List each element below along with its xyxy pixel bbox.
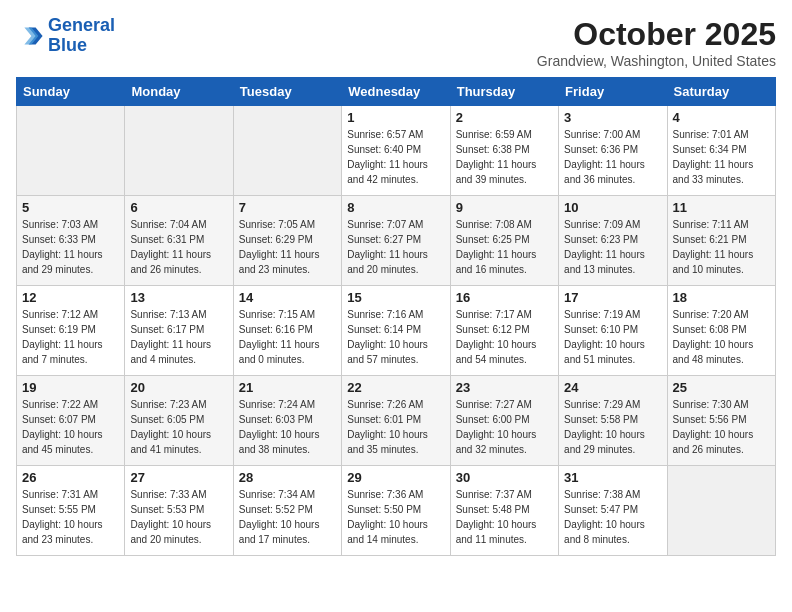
calendar-cell [125,106,233,196]
cell-date-number: 27 [130,470,227,485]
calendar-cell: 1Sunrise: 6:57 AM Sunset: 6:40 PM Daylig… [342,106,450,196]
calendar-cell: 27Sunrise: 7:33 AM Sunset: 5:53 PM Dayli… [125,466,233,556]
calendar-cell: 15Sunrise: 7:16 AM Sunset: 6:14 PM Dayli… [342,286,450,376]
cell-info: Sunrise: 7:08 AM Sunset: 6:25 PM Dayligh… [456,217,553,277]
cell-date-number: 3 [564,110,661,125]
cell-date-number: 19 [22,380,119,395]
cell-date-number: 21 [239,380,336,395]
calendar-week: 26Sunrise: 7:31 AM Sunset: 5:55 PM Dayli… [17,466,776,556]
cell-date-number: 20 [130,380,227,395]
logo-icon [16,22,44,50]
cell-info: Sunrise: 7:15 AM Sunset: 6:16 PM Dayligh… [239,307,336,367]
calendar-cell: 23Sunrise: 7:27 AM Sunset: 6:00 PM Dayli… [450,376,558,466]
cell-date-number: 13 [130,290,227,305]
calendar-cell [17,106,125,196]
cell-info: Sunrise: 7:05 AM Sunset: 6:29 PM Dayligh… [239,217,336,277]
cell-info: Sunrise: 7:36 AM Sunset: 5:50 PM Dayligh… [347,487,444,547]
cell-date-number: 28 [239,470,336,485]
calendar-cell: 18Sunrise: 7:20 AM Sunset: 6:08 PM Dayli… [667,286,775,376]
cell-date-number: 9 [456,200,553,215]
calendar-cell: 3Sunrise: 7:00 AM Sunset: 6:36 PM Daylig… [559,106,667,196]
cell-date-number: 25 [673,380,770,395]
calendar-cell: 9Sunrise: 7:08 AM Sunset: 6:25 PM Daylig… [450,196,558,286]
month-title: October 2025 [537,16,776,53]
cell-info: Sunrise: 7:33 AM Sunset: 5:53 PM Dayligh… [130,487,227,547]
cell-info: Sunrise: 7:26 AM Sunset: 6:01 PM Dayligh… [347,397,444,457]
cell-info: Sunrise: 7:11 AM Sunset: 6:21 PM Dayligh… [673,217,770,277]
cell-info: Sunrise: 7:13 AM Sunset: 6:17 PM Dayligh… [130,307,227,367]
calendar-cell: 6Sunrise: 7:04 AM Sunset: 6:31 PM Daylig… [125,196,233,286]
cell-date-number: 7 [239,200,336,215]
cell-date-number: 22 [347,380,444,395]
cell-date-number: 6 [130,200,227,215]
calendar-cell [233,106,341,196]
calendar-cell: 26Sunrise: 7:31 AM Sunset: 5:55 PM Dayli… [17,466,125,556]
header-day: Sunday [17,78,125,106]
calendar-cell [667,466,775,556]
calendar-cell: 14Sunrise: 7:15 AM Sunset: 6:16 PM Dayli… [233,286,341,376]
cell-date-number: 2 [456,110,553,125]
cell-info: Sunrise: 7:22 AM Sunset: 6:07 PM Dayligh… [22,397,119,457]
cell-info: Sunrise: 7:09 AM Sunset: 6:23 PM Dayligh… [564,217,661,277]
cell-date-number: 24 [564,380,661,395]
title-block: October 2025 Grandview, Washington, Unit… [537,16,776,69]
cell-date-number: 23 [456,380,553,395]
calendar-cell: 7Sunrise: 7:05 AM Sunset: 6:29 PM Daylig… [233,196,341,286]
cell-info: Sunrise: 7:01 AM Sunset: 6:34 PM Dayligh… [673,127,770,187]
cell-info: Sunrise: 7:27 AM Sunset: 6:00 PM Dayligh… [456,397,553,457]
header-day: Saturday [667,78,775,106]
calendar-week: 1Sunrise: 6:57 AM Sunset: 6:40 PM Daylig… [17,106,776,196]
cell-info: Sunrise: 7:29 AM Sunset: 5:58 PM Dayligh… [564,397,661,457]
cell-info: Sunrise: 7:20 AM Sunset: 6:08 PM Dayligh… [673,307,770,367]
cell-date-number: 16 [456,290,553,305]
header-day: Monday [125,78,233,106]
cell-date-number: 15 [347,290,444,305]
cell-info: Sunrise: 7:16 AM Sunset: 6:14 PM Dayligh… [347,307,444,367]
calendar-cell: 16Sunrise: 7:17 AM Sunset: 6:12 PM Dayli… [450,286,558,376]
calendar-cell: 31Sunrise: 7:38 AM Sunset: 5:47 PM Dayli… [559,466,667,556]
logo: General Blue [16,16,115,56]
cell-date-number: 26 [22,470,119,485]
cell-info: Sunrise: 7:24 AM Sunset: 6:03 PM Dayligh… [239,397,336,457]
cell-info: Sunrise: 7:38 AM Sunset: 5:47 PM Dayligh… [564,487,661,547]
cell-date-number: 12 [22,290,119,305]
cell-date-number: 31 [564,470,661,485]
page-header: General Blue October 2025 Grandview, Was… [16,16,776,69]
calendar-cell: 12Sunrise: 7:12 AM Sunset: 6:19 PM Dayli… [17,286,125,376]
calendar-week: 5Sunrise: 7:03 AM Sunset: 6:33 PM Daylig… [17,196,776,286]
cell-date-number: 30 [456,470,553,485]
cell-date-number: 10 [564,200,661,215]
calendar-cell: 28Sunrise: 7:34 AM Sunset: 5:52 PM Dayli… [233,466,341,556]
calendar-cell: 17Sunrise: 7:19 AM Sunset: 6:10 PM Dayli… [559,286,667,376]
cell-info: Sunrise: 6:57 AM Sunset: 6:40 PM Dayligh… [347,127,444,187]
cell-date-number: 14 [239,290,336,305]
cell-info: Sunrise: 7:17 AM Sunset: 6:12 PM Dayligh… [456,307,553,367]
cell-info: Sunrise: 6:59 AM Sunset: 6:38 PM Dayligh… [456,127,553,187]
header-day: Thursday [450,78,558,106]
cell-info: Sunrise: 7:19 AM Sunset: 6:10 PM Dayligh… [564,307,661,367]
calendar-cell: 22Sunrise: 7:26 AM Sunset: 6:01 PM Dayli… [342,376,450,466]
calendar-cell: 10Sunrise: 7:09 AM Sunset: 6:23 PM Dayli… [559,196,667,286]
cell-info: Sunrise: 7:00 AM Sunset: 6:36 PM Dayligh… [564,127,661,187]
cell-date-number: 1 [347,110,444,125]
location: Grandview, Washington, United States [537,53,776,69]
calendar-cell: 21Sunrise: 7:24 AM Sunset: 6:03 PM Dayli… [233,376,341,466]
calendar-cell: 19Sunrise: 7:22 AM Sunset: 6:07 PM Dayli… [17,376,125,466]
calendar-cell: 11Sunrise: 7:11 AM Sunset: 6:21 PM Dayli… [667,196,775,286]
cell-info: Sunrise: 7:30 AM Sunset: 5:56 PM Dayligh… [673,397,770,457]
cell-info: Sunrise: 7:12 AM Sunset: 6:19 PM Dayligh… [22,307,119,367]
calendar-header: SundayMondayTuesdayWednesdayThursdayFrid… [17,78,776,106]
cell-date-number: 5 [22,200,119,215]
cell-info: Sunrise: 7:03 AM Sunset: 6:33 PM Dayligh… [22,217,119,277]
cell-info: Sunrise: 7:07 AM Sunset: 6:27 PM Dayligh… [347,217,444,277]
cell-info: Sunrise: 7:34 AM Sunset: 5:52 PM Dayligh… [239,487,336,547]
cell-info: Sunrise: 7:31 AM Sunset: 5:55 PM Dayligh… [22,487,119,547]
cell-info: Sunrise: 7:23 AM Sunset: 6:05 PM Dayligh… [130,397,227,457]
calendar-cell: 24Sunrise: 7:29 AM Sunset: 5:58 PM Dayli… [559,376,667,466]
header-day: Tuesday [233,78,341,106]
cell-date-number: 8 [347,200,444,215]
header-day: Friday [559,78,667,106]
calendar-cell: 4Sunrise: 7:01 AM Sunset: 6:34 PM Daylig… [667,106,775,196]
logo-general: General [48,15,115,35]
header-row: SundayMondayTuesdayWednesdayThursdayFrid… [17,78,776,106]
